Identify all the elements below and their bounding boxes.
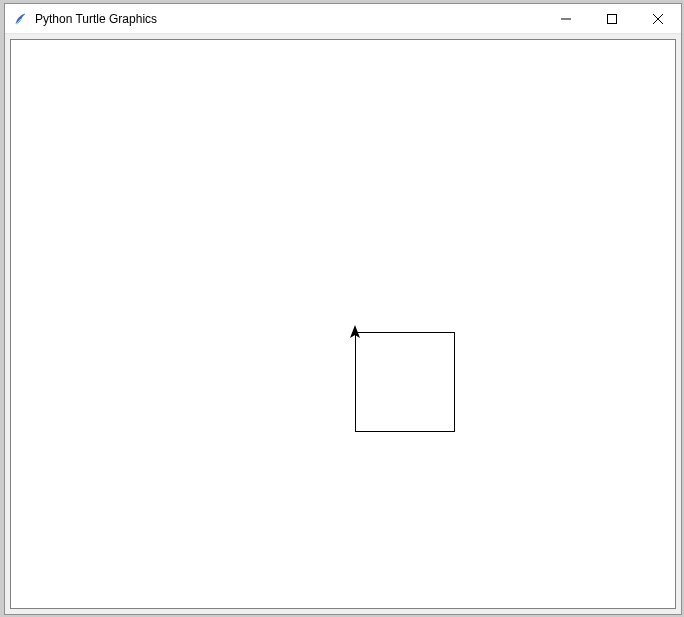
window-controls (543, 4, 681, 33)
close-button[interactable] (635, 4, 681, 33)
svg-rect-1 (608, 14, 617, 23)
svg-marker-4 (350, 325, 360, 338)
maximize-button[interactable] (589, 4, 635, 33)
turtle-cursor (349, 325, 361, 342)
client-area (5, 34, 681, 614)
minimize-icon (561, 14, 571, 24)
feather-icon (13, 11, 29, 27)
minimize-button[interactable] (543, 4, 589, 33)
app-window: Python Turtle Graphics (4, 3, 682, 615)
window-title: Python Turtle Graphics (35, 11, 543, 26)
maximize-icon (607, 14, 617, 24)
drawn-square (355, 332, 455, 432)
titlebar[interactable]: Python Turtle Graphics (5, 4, 681, 34)
close-icon (653, 14, 663, 24)
turtle-canvas (10, 39, 676, 609)
